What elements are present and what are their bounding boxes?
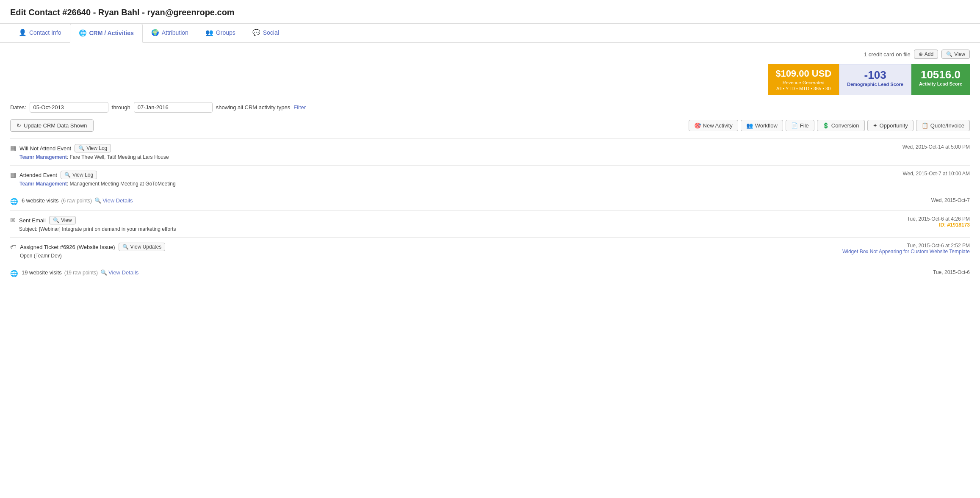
tab-attribution[interactable]: 🌍 Attribution xyxy=(143,24,197,42)
activity-title-row: Attended Event 🔍 View Log xyxy=(19,171,894,179)
revenue-amount: $109.00 USD xyxy=(775,68,831,79)
search-icon: 🔍 xyxy=(64,172,71,178)
opportunity-button[interactable]: ✦ Opportunity xyxy=(867,120,914,131)
demographic-score-label: Demographic Lead Score xyxy=(847,82,903,87)
activity-date: Wed, 2015-Oct-7 xyxy=(931,197,970,203)
filter-link[interactable]: Filter xyxy=(293,104,306,111)
activity-score-label: Activity Lead Score xyxy=(919,81,962,86)
view-updates-button[interactable]: 🔍 View Updates xyxy=(119,243,166,251)
activity-row: ▦ Attended Event 🔍 View Log Teamr Manage… xyxy=(10,165,970,192)
date-from-input[interactable] xyxy=(30,102,108,113)
workflow-icon: 👥 xyxy=(746,122,753,129)
activity-content: Assigned Ticket #6926 (Website Issue) 🔍 … xyxy=(20,243,834,259)
event-icon: ▦ xyxy=(10,171,16,179)
activity-detail: Open (Teamr Dev) xyxy=(20,253,834,259)
view-log-button-2[interactable]: 🔍 View Log xyxy=(61,171,97,179)
activity-title: Sent Email xyxy=(19,217,46,224)
activity-title-row: Sent Email 🔍 View xyxy=(19,216,899,224)
through-label: through xyxy=(112,104,130,111)
activity-date: Tue, 2015-Oct-6 xyxy=(933,269,970,275)
activity-right: Wed, 2015-Oct-7 xyxy=(931,197,970,203)
new-activity-label: New Activity xyxy=(703,122,733,129)
visits-row: 19 website visits (19 raw points) 🔍 View… xyxy=(22,269,138,276)
activity-date: Tue, 2015-Oct-6 at 4:26 PM xyxy=(907,216,970,222)
activity-left: ▦ Will Not Attend Event 🔍 View Log Teamr… xyxy=(10,144,894,160)
groups-icon: 👥 xyxy=(205,29,213,36)
view-details-label: View Details xyxy=(108,269,138,276)
new-activity-button[interactable]: 🎯 New Activity xyxy=(689,120,738,131)
dates-section: Dates: through showing all CRM activity … xyxy=(10,102,306,113)
search-icon: 🔍 xyxy=(53,217,59,223)
visits-title: 6 website visits xyxy=(22,197,58,204)
tab-groups[interactable]: 👥 Groups xyxy=(197,24,244,42)
update-crm-button[interactable]: ↻ Update CRM Data Shown xyxy=(10,119,94,132)
activity-top: ▦ Will Not Attend Event 🔍 View Log Teamr… xyxy=(10,144,970,160)
email-subject: Subject: [Webinar] Integrate print on de… xyxy=(19,226,176,232)
search-icon: 🔍 xyxy=(78,145,85,151)
view-email-button[interactable]: 🔍 View xyxy=(49,216,76,224)
workflow-button[interactable]: 👥 Workflow xyxy=(741,120,783,131)
activity-content: Will Not Attend Event 🔍 View Log Teamr M… xyxy=(19,144,894,160)
add-label: Add xyxy=(925,51,933,57)
ticket-icon: 🏷 xyxy=(10,243,17,250)
ticket-link[interactable]: Widget Box Not Appearing for Custom Webs… xyxy=(842,249,970,255)
tab-crm-activities[interactable]: 🌐 CRM / Activities xyxy=(70,24,143,43)
date-to-input[interactable] xyxy=(134,102,213,113)
tab-contact-info[interactable]: 👤 Contact Info xyxy=(10,24,70,42)
activity-date: Tue, 2015-Oct-6 at 2:52 PM xyxy=(842,243,970,249)
quote-invoice-button[interactable]: 📋 Quote/Invoice xyxy=(916,120,970,131)
file-button[interactable]: 📄 File xyxy=(786,120,814,131)
activity-left: 🏷 Assigned Ticket #6926 (Website Issue) … xyxy=(10,243,834,259)
activity-left: 🌐 6 website visits (6 raw points) 🔍 View… xyxy=(10,197,923,205)
search-icon-small: 🔍 xyxy=(100,269,107,276)
view-icon: 🔍 xyxy=(946,51,952,57)
event-icon: ▦ xyxy=(10,144,16,152)
activity-id: ID: #1918173 xyxy=(907,222,970,228)
activity-right: Tue, 2015-Oct-6 at 2:52 PM Widget Box No… xyxy=(842,243,970,255)
activity-right: Wed, 2015-Oct-14 at 5:00 PM xyxy=(902,144,970,150)
tab-attribution-label: Attribution xyxy=(162,29,188,36)
new-activity-icon: 🎯 xyxy=(694,122,701,129)
activity-top: ▦ Attended Event 🔍 View Log Teamr Manage… xyxy=(10,171,970,187)
conversion-button[interactable]: 💲 Conversion xyxy=(817,120,865,131)
credit-card-text: 1 credit card on file xyxy=(864,51,911,58)
activity-score-num: 10516.0 xyxy=(919,68,962,81)
view-updates-label: View Updates xyxy=(130,244,162,250)
page-title: Edit Contact #26640 - Ryan Bahl - ryan@g… xyxy=(10,8,970,17)
content-area: 1 credit card on file ⊕ Add 🔍 View $109.… xyxy=(0,43,980,289)
activity-left: ✉ Sent Email 🔍 View Subject: [Webinar] I… xyxy=(10,216,899,232)
filters-row: Dates: through showing all CRM activity … xyxy=(10,102,970,113)
activity-right: Tue, 2015-Oct-6 xyxy=(933,269,970,275)
activity-detail: Teamr Management: Management Meeting Mee… xyxy=(19,181,894,187)
view-details-link-1[interactable]: 🔍 View Details xyxy=(94,197,133,204)
opportunity-icon: ✦ xyxy=(873,122,878,129)
add-credit-card-button[interactable]: ⊕ Add xyxy=(914,50,938,59)
tab-crm-activities-label: CRM / Activities xyxy=(89,30,134,36)
contact-icon: 👤 xyxy=(19,29,27,36)
credit-card-row: 1 credit card on file ⊕ Add 🔍 View xyxy=(10,50,970,59)
demographic-score-num: -103 xyxy=(847,69,903,82)
activity-title: Attended Event xyxy=(19,172,57,178)
workflow-label: Workflow xyxy=(755,122,778,129)
view-details-link-2[interactable]: 🔍 View Details xyxy=(100,269,138,276)
activity-title: Assigned Ticket #6926 (Website Issue) xyxy=(20,244,115,250)
file-icon: 📄 xyxy=(791,122,798,129)
activity-row: ▦ Will Not Attend Event 🔍 View Log Teamr… xyxy=(10,138,970,165)
revenue-score-card: $109.00 USD Revenue Generated All • YTD … xyxy=(768,64,839,95)
view-log-button-1[interactable]: 🔍 View Log xyxy=(75,144,111,152)
visits-raw: (6 raw points) xyxy=(61,198,92,204)
activity-left: 🌐 19 website visits (19 raw points) 🔍 Vi… xyxy=(10,269,925,277)
activity-row: 🌐 19 website visits (19 raw points) 🔍 Vi… xyxy=(10,264,970,282)
globe-icon: 🌐 xyxy=(10,270,18,277)
quote-invoice-icon: 📋 xyxy=(922,122,928,129)
activity-content: Attended Event 🔍 View Log Teamr Manageme… xyxy=(19,171,894,187)
view-credit-card-button[interactable]: 🔍 View xyxy=(941,50,970,59)
dates-label: Dates: xyxy=(10,104,26,111)
activity-description: Management Meeting Meeting at GoToMeetin… xyxy=(69,181,175,187)
visits-raw: (19 raw points) xyxy=(64,270,98,276)
globe-icon: 🌐 xyxy=(10,198,18,205)
revenue-sublabels: All • YTD • MTD • 365 • 30 xyxy=(775,86,831,91)
page-header: Edit Contact #26640 - Ryan Bahl - ryan@g… xyxy=(0,0,980,24)
tab-social[interactable]: 💬 Social xyxy=(244,24,288,42)
activity-right: Wed, 2015-Oct-7 at 10:00 AM xyxy=(902,171,970,177)
